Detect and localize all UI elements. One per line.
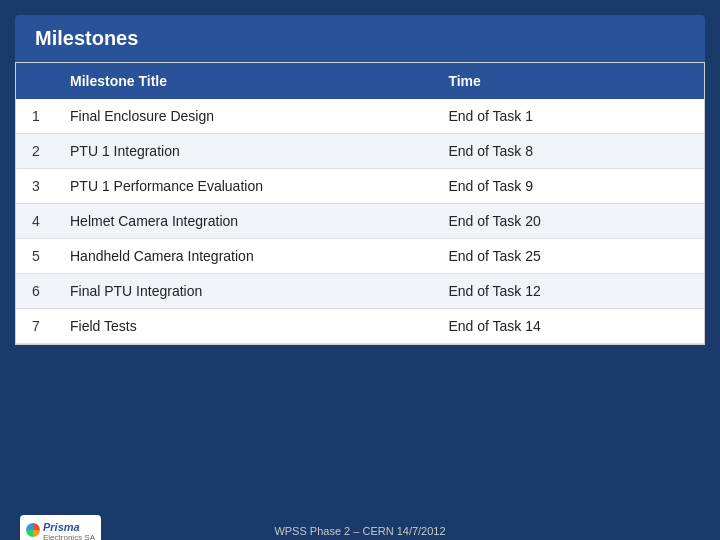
table-row: 1Final Enclosure DesignEnd of Task 1 [16,99,704,134]
cell-num: 2 [16,134,56,169]
cell-time: End of Task 14 [434,309,704,344]
page-title: Milestones [35,27,685,50]
cell-num: 3 [16,169,56,204]
cell-title: Helmet Camera Integration [56,204,434,239]
col-header-time: Time [434,63,704,99]
cell-title: Field Tests [56,309,434,344]
table-header-row: Milestone Title Time [16,63,704,99]
col-header-title: Milestone Title [56,63,434,99]
cell-num: 4 [16,204,56,239]
table-row: 2PTU 1 IntegrationEnd of Task 8 [16,134,704,169]
cell-num: 5 [16,239,56,274]
cell-title: Handheld Camera Integration [56,239,434,274]
cell-title: Final Enclosure Design [56,99,434,134]
cell-num: 6 [16,274,56,309]
table-row: 4Helmet Camera IntegrationEnd of Task 20 [16,204,704,239]
col-header-num [16,63,56,99]
page-wrapper: Milestones Milestone Title Time 1Final E… [0,15,720,540]
cell-time: End of Task 25 [434,239,704,274]
table-body: 1Final Enclosure DesignEnd of Task 12PTU… [16,99,704,344]
table-row: 3PTU 1 Performance EvaluationEnd of Task… [16,169,704,204]
cell-time: End of Task 9 [434,169,704,204]
milestones-table: Milestone Title Time 1Final Enclosure De… [16,63,704,344]
cell-time: End of Task 1 [434,99,704,134]
cell-time: End of Task 8 [434,134,704,169]
milestones-table-container: Milestone Title Time 1Final Enclosure De… [15,62,705,345]
title-bar: Milestones [15,15,705,62]
footer-text: WPSS Phase 2 – CERN 14/7/2012 [274,525,445,537]
cell-num: 7 [16,309,56,344]
cell-title: PTU 1 Performance Evaluation [56,169,434,204]
cell-title: PTU 1 Integration [56,134,434,169]
table-row: 7Field TestsEnd of Task 14 [16,309,704,344]
cell-time: End of Task 20 [434,204,704,239]
cell-title: Final PTU Integration [56,274,434,309]
table-row: 6Final PTU IntegrationEnd of Task 12 [16,274,704,309]
cell-time: End of Task 12 [434,274,704,309]
table-row: 5Handheld Camera IntegrationEnd of Task … [16,239,704,274]
cell-num: 1 [16,99,56,134]
footer: WPSS Phase 2 – CERN 14/7/2012 [0,525,720,537]
